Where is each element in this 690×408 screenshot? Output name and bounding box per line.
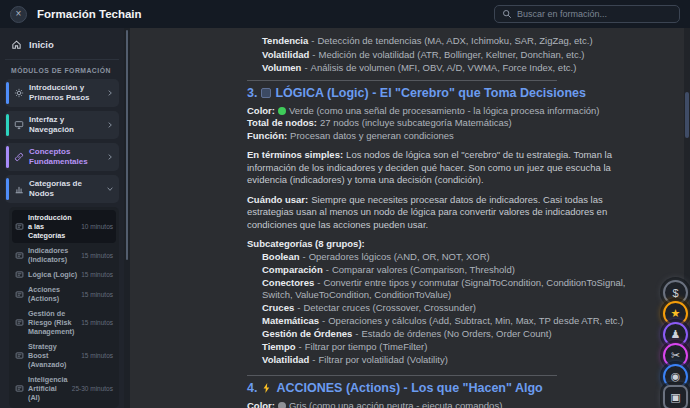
subcategory-item: Boolean-Operadores lógicos (AND, OR, NOT… <box>262 251 650 264</box>
term-desc: Análisis de volumen (MFI, OBV, A/D, VWMA… <box>311 62 577 73</box>
lesson-acciones[interactable]: Acciones (Actions) 15 minutos <box>12 282 116 306</box>
monitor-icon <box>14 120 24 130</box>
lesson-strategy-boost[interactable]: Strategy Boost (Avanzado) 15 minutos <box>12 339 116 372</box>
bar-chart-icon <box>14 184 24 194</box>
module-categorias-de-nodos[interactable]: Categorías de Nodos <box>5 175 119 203</box>
subcategory-item: Gestión de Órdenes-Estado de órdenes (No… <box>262 328 650 341</box>
lesson-label: Gestión de Riesgo (Risk Management) <box>28 309 77 336</box>
term: Tiempo <box>262 341 296 352</box>
meta-label: Color: <box>247 105 275 116</box>
subcategory-item: Cruces-Detectar cruces (Crossover, Cross… <box>262 302 650 315</box>
lesson-duration: 10 minutos <box>81 223 113 230</box>
separator: - <box>297 302 300 313</box>
section-heading-acciones: 4. ACCIONES (Actions) - Los que "Hacen" … <box>247 381 650 396</box>
meta-label: Función: <box>247 130 287 141</box>
meta-value: Procesan datos y generan condiciones <box>290 130 454 141</box>
lesson-introduccion-categorias[interactable]: Introducción a las Categorías 10 minutos <box>12 210 116 243</box>
heading-text: ACCIONES (Actions) - Los que "Hacen" Alg… <box>276 381 542 396</box>
module-label: Interfaz y Navegación <box>29 115 101 135</box>
chevron-right-icon <box>106 89 114 97</box>
lesson-label: Lógica (Logic) <box>28 270 77 279</box>
term-desc: Comparar valores (Comparison, Threshold) <box>332 264 515 275</box>
lesson-duration: 25-30 minutos <box>72 385 113 392</box>
subcategory-item: Matemáticas-Operaciones y cálculos (Add,… <box>262 315 650 328</box>
module-interfaz-navegacion[interactable]: Interfaz y Navegación <box>5 111 119 139</box>
close-icon: × <box>16 9 22 19</box>
term-desc: Detección de tendencias (MA, ADX, Ichimo… <box>317 35 592 46</box>
page-scrollbar-thumb[interactable] <box>685 92 689 138</box>
separator: - <box>322 315 325 326</box>
sidebar-item-home[interactable]: Inicio <box>5 33 119 60</box>
logic-simple-paragraph: En términos simples:Los nodos de lógica … <box>247 149 650 187</box>
separator: - <box>311 35 314 46</box>
term: Cruces <box>262 302 294 313</box>
term-desc: Filtrar por tiempo (TimeFilter) <box>305 341 428 352</box>
chevron-right-icon <box>106 153 114 161</box>
home-label: Inicio <box>29 39 54 50</box>
section-heading-logica: 3. LÓGICA (Logic) - El "Cerebro" que Tom… <box>247 86 650 101</box>
search-box[interactable] <box>494 5 680 23</box>
lesson-indicadores[interactable]: Indicadores (Indicators) 15 minutos <box>12 243 116 267</box>
pawn-icon: ♟ <box>671 328 681 341</box>
logic-function-line: Función:Procesan datos y generan condici… <box>247 130 650 143</box>
logic-total-line: Total de nodos:27 nodos (incluye subcate… <box>247 117 650 130</box>
term-desc: Medición de volatilidad (ATR, Bollinger,… <box>319 49 585 60</box>
logic-color-line: Color:Verde (como una señal de procesami… <box>247 105 650 118</box>
meta-value: Gris (como una acción neutra - ejecuta c… <box>289 400 502 408</box>
subcategory-item: Comparación-Comparar valores (Comparison… <box>262 264 650 277</box>
module-label: Categorías de Nodos <box>29 179 101 199</box>
lesson-inteligencia-artificial[interactable]: Inteligencia Artificial (AI) 25-30 minut… <box>12 372 116 405</box>
lesson-label: Acciones (Actions) <box>28 285 77 303</box>
gray-circle-icon <box>278 402 286 408</box>
lesson-card-icon <box>15 222 24 231</box>
lesson-duration: 15 minutos <box>81 319 113 326</box>
link-icon <box>14 152 24 162</box>
floating-badges: $ ★ ♟ ✂ ◉ ▣ <box>663 284 688 408</box>
lesson-duration: 15 minutos <box>81 291 113 298</box>
target-icon: ◉ <box>671 370 681 383</box>
app-header: × Formación Techain <box>0 0 690 28</box>
term: Gestión de Órdenes <box>262 328 352 339</box>
term: Volumen <box>262 62 301 73</box>
term: Volatilidad <box>262 354 309 365</box>
lesson-duration: 15 minutos <box>81 271 113 278</box>
dollar-icon: $ <box>672 287 678 299</box>
term-desc: Estado de órdenes (No Orders, Order Coun… <box>361 328 551 339</box>
lessons-submenu: Introducción a las Categorías 10 minutos… <box>9 207 119 408</box>
search-input[interactable] <box>517 9 672 19</box>
lightning-emoji-icon <box>261 382 272 394</box>
term: Matemáticas <box>262 315 319 326</box>
separator: - <box>312 354 315 365</box>
separator: - <box>317 277 320 288</box>
subcategories-label: Subcategorías (8 grupos): <box>247 238 650 251</box>
lesson-duration: 15 minutos <box>81 252 113 259</box>
divider <box>247 80 557 81</box>
term: Boolean <box>262 251 299 262</box>
content-scrollbar-thumb-left[interactable] <box>126 30 128 260</box>
module-introduccion-primeros-pasos[interactable]: Introducción y Primeros Pasos <box>5 79 119 107</box>
subcategory-item: Volatilidad-Filtrar por volatilidad (Vol… <box>262 354 650 367</box>
term: Volatilidad <box>262 49 309 60</box>
lesson-content: Tendencia-Detección de tendencias (MA, A… <box>130 28 684 408</box>
green-circle-icon <box>278 107 286 115</box>
indicator-group-item: Volumen-Análisis de volumen (MFI, OBV, A… <box>262 61 650 75</box>
app-title: Formación Techain <box>37 8 142 20</box>
scissors-icon: ✂ <box>671 349 680 362</box>
separator: - <box>312 49 315 60</box>
lesson-logica[interactable]: Lógica (Logic) 15 minutos <box>12 267 116 282</box>
lesson-label: Inteligencia Artificial (AI) <box>28 375 68 402</box>
camera-badge[interactable]: ▣ <box>663 385 688 408</box>
lesson-gestion-riesgo[interactable]: Gestión de Riesgo (Risk Management) 15 m… <box>12 306 116 339</box>
term: Conectores <box>262 277 314 288</box>
module-conceptos-fundamentales[interactable]: Conceptos Fundamentales <box>5 143 119 171</box>
lesson-label: Indicadores (Indicators) <box>28 246 77 264</box>
close-sidebar-button[interactable]: × <box>10 6 27 23</box>
lesson-duration: 15 minutos <box>81 352 113 359</box>
module-label: Conceptos Fundamentales <box>29 147 101 167</box>
term-desc: Operadores lógicos (AND, OR, NOT, XOR) <box>309 251 490 262</box>
separator: - <box>302 251 305 262</box>
module-label: Introducción y Primeros Pasos <box>29 83 101 103</box>
content-scrollbar-track-left <box>124 28 130 408</box>
logic-when-paragraph: Cuándo usar:Siempre que necesites proces… <box>247 194 650 232</box>
term-desc: Filtrar por volatilidad (Volatility) <box>319 354 448 365</box>
